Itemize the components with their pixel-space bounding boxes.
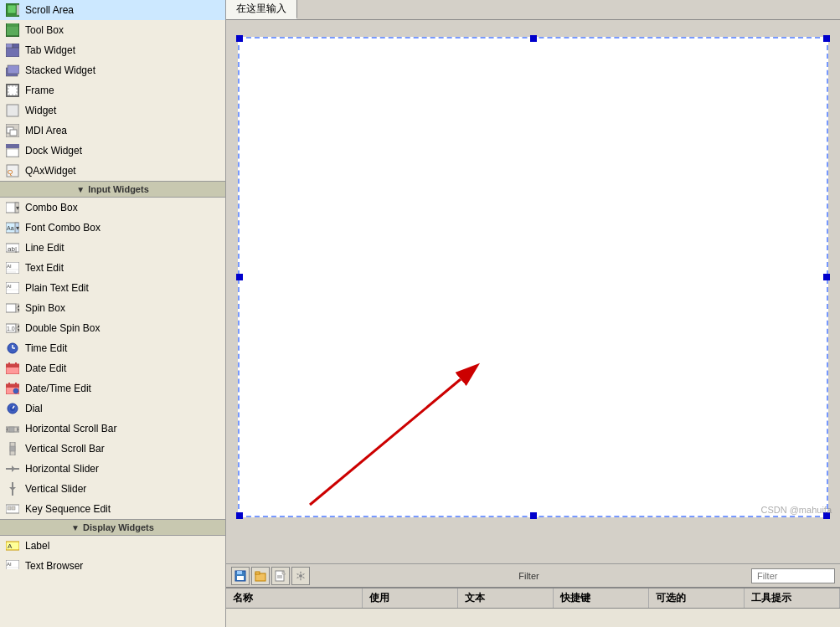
svg-rect-54 — [8, 362, 10, 367]
frame-icon — [5, 83, 20, 98]
datetime-edit-icon — [5, 381, 20, 396]
svg-rect-65 — [9, 427, 14, 432]
table-col-name: 名称 — [226, 588, 363, 608]
label-label: Label — [25, 540, 49, 552]
sidebar-item-tool-box[interactable]: Tool Box — [0, 20, 225, 40]
sidebar-item-combo-box[interactable]: ▾ Combo Box — [0, 198, 225, 218]
svg-rect-38 — [6, 304, 16, 312]
filter-input[interactable] — [751, 568, 835, 583]
svg-rect-10 — [8, 65, 19, 74]
sidebar-item-text-browser[interactable]: AI Text Browser — [0, 556, 225, 569]
spin-box-label: Spin Box — [25, 302, 65, 314]
toolbar-btn-settings[interactable] — [291, 567, 310, 585]
svg-rect-75 — [8, 506, 11, 510]
svg-rect-55 — [15, 362, 17, 367]
sidebar-list[interactable]: Scroll Area Tool Box Tab Widget — [0, 0, 225, 569]
svg-point-60 — [13, 388, 18, 393]
bottom-table: 名称 使用 文本 快捷键 可选的 工具提示 — [226, 587, 840, 627]
date-edit-icon — [5, 361, 20, 376]
canvas-tab-main[interactable]: 在这里输入 — [226, 0, 297, 19]
stacked-widget-label: Stacked Widget — [25, 64, 95, 76]
svg-rect-7 — [6, 44, 13, 48]
horizontal-slider-label: Horizontal Slider — [25, 463, 99, 475]
sidebar-item-plain-text-edit[interactable]: AI Plain Text Edit — [0, 278, 225, 298]
sidebar-item-dial[interactable]: Dial — [0, 398, 225, 419]
sidebar-item-stacked-widget[interactable]: Stacked Widget — [0, 60, 225, 80]
svg-rect-4 — [7, 27, 18, 35]
content-area: Scroll Area Tool Box Tab Widget — [0, 0, 840, 627]
sidebar-item-text-edit[interactable]: AI Text Edit — [0, 258, 225, 278]
toolbar-btn-new[interactable] — [271, 567, 290, 585]
svg-rect-59 — [15, 383, 17, 387]
sidebar-item-vertical-slider[interactable]: Vertical Slider — [0, 479, 225, 499]
spin-box-icon: ▲▼ — [5, 301, 20, 316]
dock-widget-label: Dock Widget — [25, 145, 82, 157]
sidebar-item-dock-widget[interactable]: Dock Widget — [0, 141, 225, 161]
line-edit-label: Line Edit — [25, 242, 64, 254]
tab-widget-icon — [5, 43, 20, 58]
sidebar-item-line-edit[interactable]: ab| Line Edit — [0, 238, 225, 258]
horizontal-scroll-bar-icon — [5, 421, 20, 436]
filter-label: Filter — [518, 571, 539, 581]
svg-marker-71 — [12, 465, 15, 472]
qaxwidget-icon: Q — [5, 163, 20, 178]
svg-text:AI: AI — [7, 562, 12, 567]
tool-box-label: Tool Box — [25, 24, 64, 36]
dial-icon — [5, 401, 20, 416]
section-input-widgets[interactable]: ▼ Input Widgets — [0, 181, 225, 198]
key-sequence-edit-label: Key Sequence Edit — [25, 503, 111, 515]
toolbar-btn-open[interactable] — [251, 567, 270, 585]
design-canvas[interactable] — [238, 37, 828, 517]
mdi-area-icon — [5, 123, 20, 138]
plain-text-edit-label: Plain Text Edit — [25, 282, 89, 294]
date-edit-label: Date Edit — [25, 362, 66, 374]
section-input-arrow: ▼ — [76, 185, 85, 194]
sidebar-item-widget[interactable]: Widget — [0, 100, 225, 121]
sidebar-item-vertical-scroll-bar[interactable]: Vertical Scroll Bar — [0, 439, 225, 459]
sidebar-item-double-spin-box[interactable]: ▲▼1.0 Double Spin Box — [0, 318, 225, 338]
text-browser-label: Text Browser — [25, 560, 83, 569]
svg-text:AI: AI — [7, 284, 12, 289]
sidebar-item-horizontal-scroll-bar[interactable]: Horizontal Scroll Bar — [0, 419, 225, 439]
font-combo-box-icon: Aa▾ — [5, 220, 20, 235]
svg-marker-73 — [9, 487, 16, 491]
sidebar-item-label[interactable]: A Label — [0, 536, 225, 556]
svg-rect-58 — [8, 383, 10, 387]
sidebar-item-frame[interactable]: Frame — [0, 80, 225, 100]
section-display-widgets[interactable]: ▼ Display Widgets — [0, 519, 225, 536]
datetime-edit-label: Date/Time Edit — [25, 383, 91, 394]
text-edit-icon: AI — [5, 260, 20, 275]
table-header-row: 名称 使用 文本 快捷键 可选的 工具提示 — [226, 588, 840, 609]
svg-rect-19 — [7, 149, 18, 157]
svg-rect-18 — [6, 144, 19, 148]
svg-text:Aa: Aa — [7, 225, 14, 231]
tab-widget-label: Tab Widget — [25, 44, 75, 56]
handle-top-mid — [530, 35, 537, 42]
double-spin-box-label: Double Spin Box — [25, 322, 100, 334]
svg-rect-2 — [17, 5, 19, 15]
text-browser-icon: AI — [5, 558, 20, 569]
sidebar-item-datetime-edit[interactable]: Date/Time Edit — [0, 378, 225, 398]
handle-mid-left — [236, 274, 243, 280]
toolbar-btn-save[interactable] — [231, 567, 250, 585]
sidebar-item-time-edit[interactable]: Time Edit — [0, 338, 225, 358]
sidebar-item-horizontal-slider[interactable]: Horizontal Slider — [0, 459, 225, 479]
sidebar-item-tab-widget[interactable]: Tab Widget — [0, 40, 225, 60]
sidebar-item-font-combo-box[interactable]: Aa▾ Font Combo Box — [0, 218, 225, 238]
svg-text:1.0: 1.0 — [7, 326, 15, 331]
sidebar-item-date-edit[interactable]: Date Edit — [0, 358, 225, 378]
handle-bottom-left — [236, 512, 243, 519]
canvas-workspace[interactable]: CSDN @mahuifa — [226, 20, 840, 563]
plain-text-edit-icon: AI — [5, 280, 20, 296]
sidebar-item-qaxwidget[interactable]: Q QAxWidget — [0, 161, 225, 181]
sidebar-item-spin-box[interactable]: ▲▼ Spin Box — [0, 298, 225, 318]
sidebar: Scroll Area Tool Box Tab Widget — [0, 0, 226, 627]
sidebar-item-key-sequence-edit[interactable]: Key Sequence Edit — [0, 499, 225, 519]
sidebar-item-mdi-area[interactable]: MDI Area — [0, 121, 225, 141]
key-sequence-edit-icon — [5, 501, 20, 517]
sidebar-item-scroll-area[interactable]: Scroll Area — [0, 0, 225, 20]
scroll-area-label: Scroll Area — [25, 4, 74, 16]
handle-bottom-mid — [530, 512, 537, 519]
vertical-scroll-bar-label: Vertical Scroll Bar — [25, 443, 105, 455]
table-col-usage: 使用 — [363, 588, 458, 608]
